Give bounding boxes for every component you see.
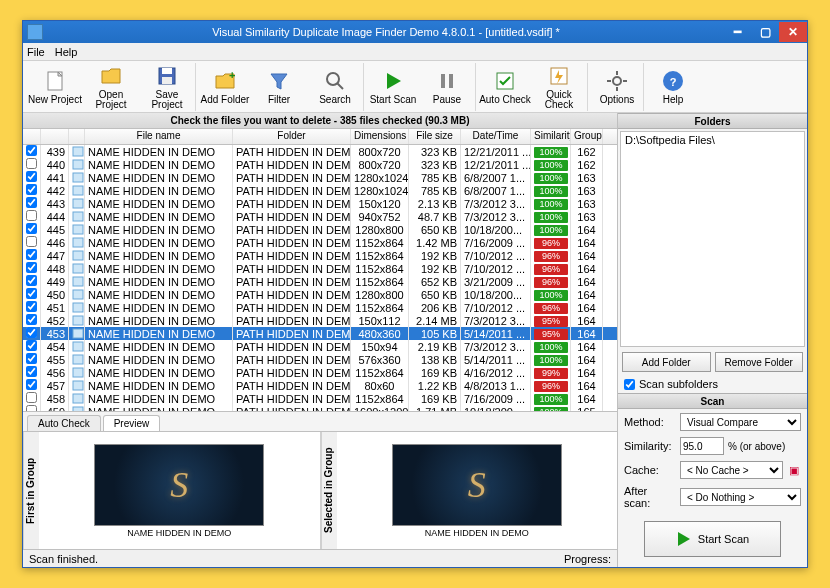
col-group[interactable]: Group [571,129,603,144]
toolbar-search[interactable]: Search [307,63,363,111]
row-checkbox[interactable] [26,223,37,234]
table-row[interactable]: 447NAME HIDDEN IN DEMOPATH HIDDEN IN DEM… [23,249,617,262]
file-icon [69,301,85,315]
toolbar-save-project[interactable]: Save Project [139,63,195,111]
check-summary: Check the files you want to delete - 385… [23,113,617,129]
col-filename[interactable]: File name [85,129,233,144]
table-row[interactable]: 444NAME HIDDEN IN DEMOPATH HIDDEN IN DEM… [23,210,617,223]
toolbar-options[interactable]: Options [587,63,643,111]
table-row[interactable]: 441NAME HIDDEN IN DEMOPATH HIDDEN IN DEM… [23,171,617,184]
toolbar-new-project[interactable]: New Project [27,63,83,111]
folders-list[interactable]: D:\Softpedia Files\ [620,131,805,347]
row-checkbox[interactable] [26,301,37,312]
col-datetime[interactable]: Date/Time [461,129,531,144]
toolbar: New ProjectOpen ProjectSave Project+Add … [23,61,807,113]
table-row[interactable]: 439NAME HIDDEN IN DEMOPATH HIDDEN IN DEM… [23,145,617,158]
auto-icon [493,69,517,93]
svg-rect-8 [449,74,453,88]
table-row[interactable]: 455NAME HIDDEN IN DEMOPATH HIDDEN IN DEM… [23,353,617,366]
folder-plus-icon: + [213,69,237,93]
grid-rows[interactable]: 439NAME HIDDEN IN DEMOPATH HIDDEN IN DEM… [23,145,617,411]
row-checkbox[interactable] [26,366,37,377]
row-checkbox[interactable] [26,275,37,286]
table-row[interactable]: 450NAME HIDDEN IN DEMOPATH HIDDEN IN DEM… [23,288,617,301]
svg-rect-24 [73,225,83,234]
toolbar-filter[interactable]: Filter [251,63,307,111]
table-row[interactable]: 458NAME HIDDEN IN DEMOPATH HIDDEN IN DEM… [23,392,617,405]
menu-help[interactable]: Help [55,46,78,58]
file-icon [69,249,85,263]
row-checkbox[interactable] [26,379,37,390]
add-folder-button[interactable]: Add Folder [622,352,711,372]
cache-select[interactable]: < No Cache > [680,461,783,479]
tab-auto-check[interactable]: Auto Check [27,415,101,431]
row-checkbox[interactable] [26,197,37,208]
remove-folder-button[interactable]: Remove Folder [715,352,804,372]
table-row[interactable]: 448NAME HIDDEN IN DEMOPATH HIDDEN IN DEM… [23,262,617,275]
row-checkbox[interactable] [26,210,37,221]
table-row[interactable]: 443NAME HIDDEN IN DEMOPATH HIDDEN IN DEM… [23,197,617,210]
toolbar-add-folder[interactable]: +Add Folder [195,63,251,111]
toolbar-open-project[interactable]: Open Project [83,63,139,111]
toolbar-auto-check[interactable]: Auto Check [475,63,531,111]
toolbar-quick-check[interactable]: Quick Check [531,63,587,111]
play-icon [381,69,405,93]
table-row[interactable]: 451NAME HIDDEN IN DEMOPATH HIDDEN IN DEM… [23,301,617,314]
selected-in-group-label: Selected in Group [321,432,337,549]
similarity-input[interactable] [680,437,724,455]
method-label: Method: [624,416,676,428]
svg-rect-30 [73,303,83,312]
row-checkbox[interactable] [26,171,37,182]
tab-preview[interactable]: Preview [103,415,161,431]
table-row[interactable]: 449NAME HIDDEN IN DEMOPATH HIDDEN IN DEM… [23,275,617,288]
row-checkbox[interactable] [26,340,37,351]
row-checkbox[interactable] [26,353,37,364]
row-checkbox[interactable] [26,249,37,260]
svg-rect-19 [73,160,83,169]
similarity-suffix: % (or above) [728,441,785,452]
table-row[interactable]: 440NAME HIDDEN IN DEMOPATH HIDDEN IN DEM… [23,158,617,171]
cache-clear-icon[interactable]: ▣ [787,464,801,477]
table-row[interactable]: 454NAME HIDDEN IN DEMOPATH HIDDEN IN DEM… [23,340,617,353]
after-scan-select[interactable]: < Do Nothing > [680,488,801,506]
col-folder[interactable]: Folder [233,129,351,144]
row-checkbox[interactable] [26,236,37,247]
col-dimensions[interactable]: Dimensions [351,129,409,144]
table-row[interactable]: 453NAME HIDDEN IN DEMOPATH HIDDEN IN DEM… [23,327,617,340]
method-select[interactable]: Visual Compare [680,413,801,431]
table-row[interactable]: 446NAME HIDDEN IN DEMOPATH HIDDEN IN DEM… [23,236,617,249]
row-checkbox[interactable] [26,145,37,156]
first-thumbnail[interactable] [94,444,264,526]
start-scan-button[interactable]: Start Scan [644,521,781,557]
row-checkbox[interactable] [26,288,37,299]
row-checkbox[interactable] [26,184,37,195]
table-row[interactable]: 445NAME HIDDEN IN DEMOPATH HIDDEN IN DEM… [23,223,617,236]
scan-subfolders-checkbox[interactable] [624,379,635,390]
row-checkbox[interactable] [26,327,37,338]
maximize-button[interactable]: ▢ [751,22,779,42]
toolbar-start-scan[interactable]: Start Scan [363,63,419,111]
svg-rect-33 [73,342,83,351]
row-checkbox[interactable] [26,392,37,403]
close-button[interactable]: ✕ [779,22,807,42]
col-filesize[interactable]: File size [409,129,461,144]
row-checkbox[interactable] [26,314,37,325]
table-row[interactable]: 457NAME HIDDEN IN DEMOPATH HIDDEN IN DEM… [23,379,617,392]
row-checkbox[interactable] [26,262,37,273]
first-caption: NAME HIDDEN IN DEMO [127,528,231,538]
col-similarity[interactable]: Similarity [531,129,571,144]
file-icon [69,327,85,341]
selected-thumbnail[interactable] [392,444,562,526]
minimize-button[interactable]: ━ [723,22,751,42]
toolbar-pause[interactable]: Pause [419,63,475,111]
search-icon [323,69,347,93]
bottom-tabs: Auto Check Preview [23,411,617,431]
row-checkbox[interactable] [26,158,37,169]
table-row[interactable]: 452NAME HIDDEN IN DEMOPATH HIDDEN IN DEM… [23,314,617,327]
table-row[interactable]: 456NAME HIDDEN IN DEMOPATH HIDDEN IN DEM… [23,366,617,379]
svg-rect-3 [162,77,172,84]
toolbar-help[interactable]: ?Help [643,63,699,111]
table-row[interactable]: 442NAME HIDDEN IN DEMOPATH HIDDEN IN DEM… [23,184,617,197]
file-icon [69,366,85,380]
menu-file[interactable]: File [27,46,45,58]
